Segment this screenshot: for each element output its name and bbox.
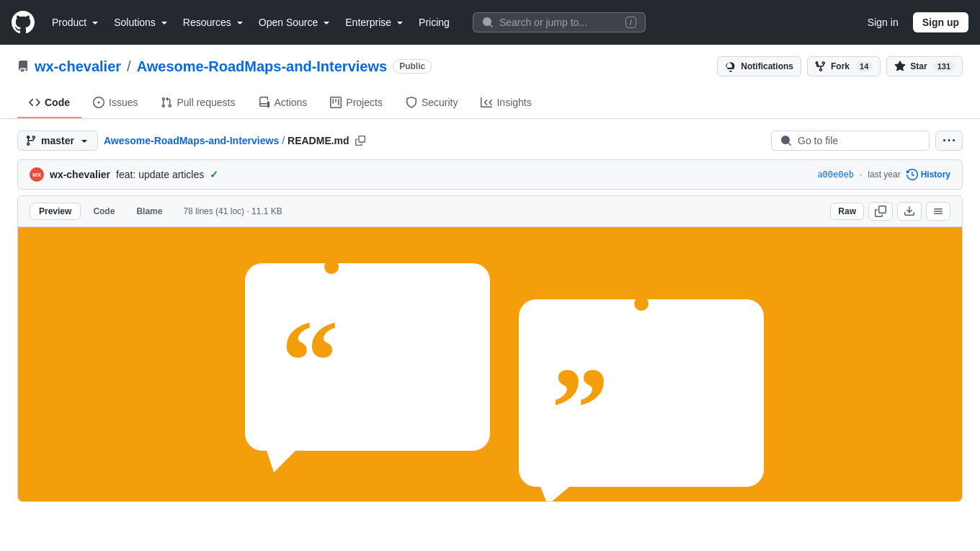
avatar: wx [30, 167, 44, 182]
copy-path-button[interactable] [352, 134, 368, 147]
notifications-button[interactable]: Notifications [717, 56, 801, 76]
file-search-icon [780, 135, 792, 146]
tab-issues-label: Issues [109, 97, 138, 108]
repo-actions: Notifications Fork 14 Star 131 [717, 56, 963, 76]
tab-pull-requests[interactable]: Pull requests [149, 88, 246, 118]
fork-icon [815, 61, 827, 72]
repo-header: wx-chevalier / Awesome-RoadMaps-and-Inte… [0, 45, 980, 119]
commit-hash-link[interactable]: a00e0eb [817, 169, 854, 180]
nav-item-pricing[interactable]: Pricing [413, 12, 455, 32]
nav-item-resources[interactable]: Resources [177, 12, 251, 32]
nav-item-enterprise[interactable]: Enterprise [339, 12, 411, 32]
file-content: “ ” [18, 227, 962, 501]
download-button[interactable] [897, 202, 922, 221]
raw-button[interactable]: Raw [830, 203, 864, 220]
readme-preview-image: “ ” [18, 227, 962, 501]
search-placeholder: Search or jump to... [499, 17, 587, 28]
fork-label: Fork [831, 61, 850, 71]
nav-enterprise-label: Enterprise [345, 17, 391, 28]
resources-chevron-icon [234, 17, 246, 28]
tab-actions[interactable]: Actions [246, 88, 318, 118]
bell-icon [725, 61, 736, 72]
history-icon [906, 169, 918, 180]
file-browser: master Awesome-RoadMaps-and-Interviews /… [0, 119, 980, 195]
pull-request-tab-icon [161, 97, 172, 108]
more-options-button[interactable] [935, 131, 963, 151]
star-label: Star [910, 61, 927, 71]
nav-item-product[interactable]: Product [46, 12, 107, 32]
history-link[interactable]: History [906, 169, 950, 180]
solutions-chevron-icon [159, 17, 170, 28]
nav-item-solutions[interactable]: Solutions [108, 12, 176, 32]
repo-name-link[interactable]: Awesome-RoadMaps-and-Interviews [137, 58, 388, 75]
copy-raw-button[interactable] [868, 202, 893, 221]
search-shortcut-badge: / [625, 17, 636, 28]
star-button[interactable]: Star 131 [886, 56, 963, 76]
nav-open-source-label: Open Source [259, 17, 318, 28]
projects-tab-icon [330, 97, 342, 108]
readme-hero-image: “ ” [137, 227, 843, 501]
tab-insights[interactable]: Insights [469, 88, 543, 118]
header-search[interactable]: Search or jump to... / [473, 12, 646, 32]
breadcrumb-file-name: README.md [288, 135, 349, 146]
branch-selector[interactable]: master [17, 131, 98, 151]
copy-raw-icon [875, 206, 886, 217]
preview-tab-button[interactable]: Preview [30, 203, 81, 220]
file-browser-header: master Awesome-RoadMaps-and-Interviews /… [17, 131, 963, 151]
tab-issues[interactable]: Issues [81, 88, 149, 118]
commit-time: last year [868, 169, 900, 180]
github-logo-icon [12, 11, 35, 34]
branch-chevron-icon [79, 135, 90, 146]
history-label: History [921, 169, 950, 180]
commit-row: wx wx-chevalier feat: update articles ✓ … [17, 159, 963, 190]
header-auth: Sign in Sign up [862, 12, 968, 32]
star-count: 131 [933, 61, 955, 71]
svg-text:”: ” [551, 344, 609, 472]
sign-in-button[interactable]: Sign in [862, 12, 904, 32]
repo-title-row: wx-chevalier / Awesome-RoadMaps-and-Inte… [17, 56, 963, 88]
more-options-icon [943, 135, 955, 146]
file-view: Preview Code Blame 78 lines (41 loc) · 1… [17, 195, 963, 502]
fork-button[interactable]: Fork 14 [807, 56, 881, 76]
tab-security[interactable]: Security [394, 88, 470, 118]
sign-up-button[interactable]: Sign up [913, 12, 968, 32]
avatar-initials: wx [32, 171, 41, 178]
open-source-chevron-icon [321, 17, 332, 28]
code-tab-icon [29, 97, 40, 108]
svg-point-8 [324, 260, 339, 274]
tab-code[interactable]: Code [17, 88, 81, 118]
nav-pricing-label: Pricing [419, 17, 450, 28]
breadcrumb-repo-link[interactable]: Awesome-RoadMaps-and-Interviews [104, 135, 279, 146]
repo-owner-link[interactable]: wx-chevalier [35, 58, 121, 75]
commit-status-check: ✓ [210, 169, 218, 180]
breadcrumb: Awesome-RoadMaps-and-Interviews / README… [104, 134, 765, 147]
repo-title: wx-chevalier / Awesome-RoadMaps-and-Inte… [17, 58, 432, 75]
nav-item-open-source[interactable]: Open Source [253, 12, 339, 32]
commit-author-link[interactable]: wx-chevalier [50, 169, 110, 180]
tab-projects-label: Projects [346, 97, 383, 108]
go-to-file-label: Go to file [798, 135, 838, 146]
commit-meta: a00e0eb · last year History [817, 169, 950, 180]
nav-resources-label: Resources [183, 17, 231, 28]
commit-info: wx wx-chevalier feat: update articles ✓ [30, 167, 218, 182]
code-tab-button[interactable]: Code [84, 203, 124, 220]
enterprise-chevron-icon [394, 17, 406, 28]
tab-actions-label: Actions [274, 97, 307, 108]
nav-solutions-label: Solutions [114, 17, 156, 28]
actions-tab-icon [258, 97, 270, 108]
blame-tab-button[interactable]: Blame [127, 203, 172, 220]
star-icon [894, 61, 906, 72]
copy-icon [355, 136, 365, 146]
site-header: Product Solutions Resources Open Source … [0, 0, 980, 45]
tab-security-label: Security [422, 97, 458, 108]
lines-view-button[interactable] [926, 202, 950, 221]
go-to-file-button[interactable]: Go to file [771, 131, 930, 151]
breadcrumb-separator-1: / [282, 135, 285, 146]
commit-dot-separator: · [860, 169, 862, 180]
svg-text:“: “ [281, 297, 339, 426]
notifications-label: Notifications [741, 61, 793, 71]
repo-icon [17, 61, 29, 72]
branch-name: master [41, 135, 74, 146]
github-logo[interactable] [12, 11, 35, 34]
tab-projects[interactable]: Projects [318, 88, 394, 118]
